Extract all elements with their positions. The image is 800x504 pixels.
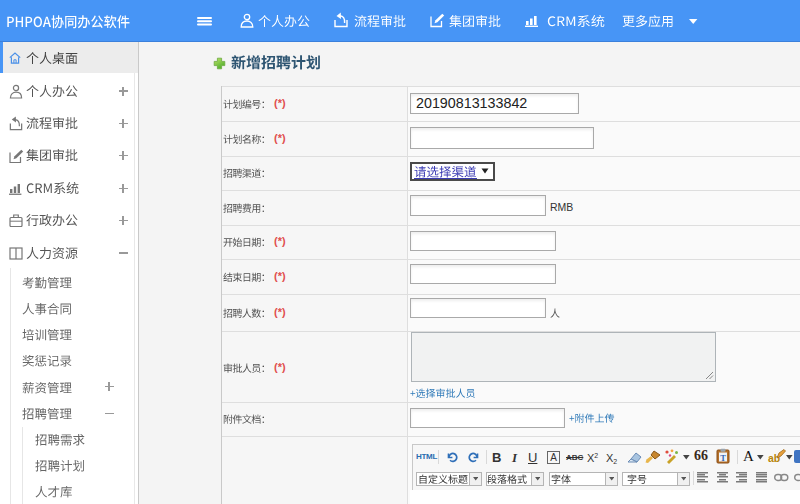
svg-text:T: T — [720, 453, 726, 463]
